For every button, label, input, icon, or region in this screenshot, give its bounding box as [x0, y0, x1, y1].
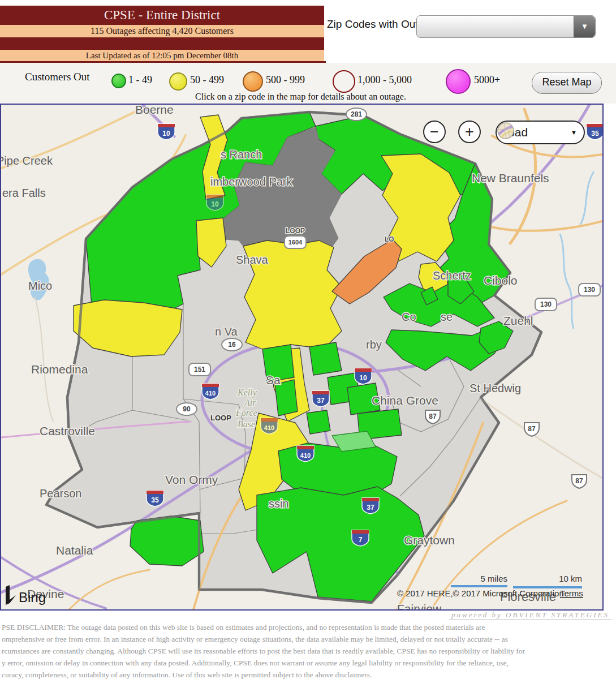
map-copyright: © 2017 HERE,© 2017 Microsoft Corporation — [397, 588, 564, 598]
outage-map[interactable]: 1010281351604130130161514101037878787904… — [0, 104, 604, 611]
highway-shield-37: 37 — [362, 498, 379, 514]
map-label: Base — [238, 419, 255, 429]
map-label: Zuehl — [503, 314, 533, 327]
highway-shield-10: 10 — [206, 195, 223, 210]
disclaimer-line: curacy, completeness, or suitability of … — [2, 669, 616, 679]
road-line — [481, 399, 602, 478]
map-label: Graytown — [404, 534, 455, 547]
map-label: rby — [366, 338, 382, 351]
map-label: Co — [402, 311, 416, 323]
map-style-selector[interactable]: Road ▼ — [496, 121, 585, 144]
svg-text:410: 410 — [300, 452, 311, 459]
map-label: Air — [244, 398, 256, 407]
svg-text:10: 10 — [162, 130, 170, 137]
bing-logo-text[interactable]: Bing — [19, 590, 46, 605]
map-style-caret-icon: ▼ — [571, 129, 577, 136]
svg-text:10: 10 — [211, 200, 219, 208]
map-label: Force — [235, 408, 257, 418]
map-label: St Hedwig — [469, 382, 521, 394]
svg-text:10: 10 — [359, 374, 367, 382]
map-label: Sa — [266, 373, 281, 386]
map-label: Fairview — [397, 602, 442, 609]
map-label: LOOP — [286, 227, 305, 235]
svg-text:7: 7 — [359, 536, 363, 544]
outage-summary: 115 Outages affecting 4,420 Customers — [0, 25, 324, 37]
svg-text:90: 90 — [183, 405, 191, 413]
highway-shield-87: 87 — [524, 423, 539, 436]
map-zoom-in-button[interactable]: + — [458, 121, 481, 143]
last-updated: Last Updated as of 12:05 pm December 08t… — [0, 50, 324, 61]
svg-text:130: 130 — [540, 300, 552, 308]
legend-dot-yellow — [169, 72, 187, 91]
map-label: s Ranch — [221, 148, 262, 161]
map-label: era Falls — [2, 187, 46, 199]
map-canvas[interactable]: 1010281351604130130161514101037878787904… — [1, 105, 602, 609]
highway-shield-10: 10 — [158, 124, 175, 140]
svg-text:130: 130 — [584, 286, 595, 294]
road-line — [1, 557, 106, 608]
map-label: Kelly — [237, 388, 257, 398]
legend-bar: Customers Out 1 - 49 50 - 499 500 - 999 … — [0, 63, 616, 104]
highway-shield-130: 130 — [535, 298, 557, 311]
highway-shield-410: 410 — [261, 418, 278, 434]
map-globe-icon — [497, 122, 515, 140]
highway-shield-7: 7 — [352, 530, 369, 546]
map-label: Cibolo — [484, 274, 518, 287]
zip-region-outage[interactable] — [130, 516, 204, 566]
highway-shield-35: 35 — [587, 124, 602, 140]
map-label: Von Ormy — [165, 473, 218, 486]
disclaimer-line: omprehensive or free from error. In an i… — [2, 633, 616, 645]
highway-shield-37: 37 — [312, 391, 329, 407]
terms-link[interactable]: Terms — [560, 588, 583, 598]
map-label: Schertz — [433, 269, 471, 282]
highway-shield-10: 10 — [355, 368, 372, 384]
map-label: New Braunfels — [472, 171, 549, 184]
disclaimer-line: rcumstances are constantly changing. Alt… — [2, 645, 616, 657]
svg-text:87: 87 — [528, 425, 536, 433]
map-zoom-out-button[interactable]: − — [423, 121, 446, 143]
road-line — [488, 221, 602, 231]
svg-text:151: 151 — [194, 366, 205, 373]
powered-by[interactable]: powered by OBVIENT STRATEGIES — [0, 609, 611, 620]
highway-shield-130: 130 — [579, 283, 600, 296]
svg-text:35: 35 — [151, 496, 159, 504]
highway-shield-281: 281 — [346, 108, 367, 121]
reset-map-button[interactable]: Reset Map — [532, 72, 602, 94]
map-label: se — [441, 311, 453, 323]
highway-shield-90: 90 — [176, 403, 197, 415]
zip-codes-dropdown[interactable]: ▼ — [416, 15, 596, 38]
map-label: Pipe Creek — [1, 154, 53, 167]
legend-label-1000-5000: 1,000 - 5,000 — [357, 74, 412, 86]
map-label: Shava — [236, 253, 269, 266]
map-label: Mico — [28, 280, 52, 292]
header: CPSE - Entire District 115 Outages affec… — [0, 0, 616, 63]
zip-region-outage[interactable] — [309, 342, 342, 375]
svg-text:16: 16 — [228, 341, 236, 349]
map-instruction: Click on a zip code in the map for detai… — [0, 92, 601, 102]
map-label: China Grove — [372, 394, 438, 407]
page-title: CPSE - Entire District — [0, 6, 324, 25]
zip-region-outage[interactable] — [307, 410, 330, 434]
header-spacer-bar — [0, 37, 324, 50]
svg-text:37: 37 — [317, 397, 325, 405]
map-label: Natalia — [56, 544, 93, 557]
map-label: imberwood Park — [210, 175, 293, 188]
legend-dot-orange — [243, 71, 263, 92]
chevron-down-icon[interactable]: ▼ — [574, 16, 595, 37]
map-label: Castroville — [40, 424, 95, 437]
legend-label-1-49: 1 - 49 — [128, 74, 152, 86]
powered-by-text[interactable]: powered by OBVIENT STRATEGIES — [449, 611, 611, 620]
disclaimer: PSE DISCLAIMER: The outage data posted o… — [2, 621, 616, 679]
disclaimer-line: PSE DISCLAIMER: The outage data posted o… — [2, 621, 616, 633]
road-line — [35, 297, 53, 422]
road-line — [69, 570, 149, 609]
scale-km-label: 10 km — [559, 574, 582, 583]
highway-shield-35: 35 — [147, 491, 163, 506]
legend-dot-green — [111, 74, 126, 88]
svg-text:87: 87 — [575, 477, 583, 485]
legend-label-50-499: 50 - 499 — [190, 74, 224, 86]
highway-shield-87: 87 — [572, 475, 587, 488]
legend-title: Customers Out — [25, 71, 90, 83]
highway-shield-16: 16 — [222, 338, 242, 351]
map-label: LOOP — [210, 414, 231, 422]
